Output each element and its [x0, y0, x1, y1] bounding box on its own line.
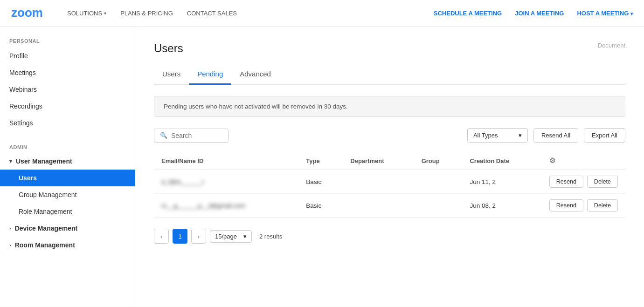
resend-button-1[interactable]: Resend	[549, 176, 583, 188]
next-page-button[interactable]: ›	[191, 229, 206, 244]
cell-dept-1	[343, 170, 414, 194]
page-1-button[interactable]: 1	[173, 229, 187, 244]
sidebar-item-device-management[interactable]: › Device Management	[0, 220, 135, 237]
cell-actions-2: Resend Delete	[542, 194, 625, 218]
col-type: Type	[298, 152, 343, 170]
delete-button-1[interactable]: Delete	[587, 176, 618, 188]
nav-contact-sales[interactable]: CONTACT SALES	[187, 10, 237, 17]
sidebar-item-users[interactable]: Users	[0, 170, 135, 186]
page-size-chevron-icon: ▾	[243, 233, 247, 240]
table-header-row: Email/Name ID Type Department Group Crea…	[154, 152, 625, 170]
users-table-container: Email/Name ID Type Department Group Crea…	[154, 152, 625, 218]
sidebar-item-room-management[interactable]: › Room Management	[0, 237, 135, 253]
tab-users[interactable]: Users	[154, 66, 189, 85]
toolbar-left: 🔍	[154, 129, 229, 143]
page-header: Users Document	[154, 42, 625, 66]
delete-button-2[interactable]: Delete	[587, 199, 618, 211]
action-buttons-2: Resend Delete	[549, 199, 618, 211]
sidebar-item-meetings[interactable]: Meetings	[0, 64, 135, 81]
sidebar: PERSONAL Profile Meetings Webinars Recor…	[0, 27, 135, 307]
pending-alert: Pending users who have not activated wil…	[154, 96, 625, 117]
main-content: Users Document Users Pending Advanced Pe…	[135, 27, 644, 307]
svg-text:zoom: zoom	[11, 7, 43, 19]
filter-chevron-icon: ▾	[519, 132, 522, 139]
prev-page-button[interactable]: ‹	[154, 229, 169, 244]
col-group: Group	[414, 152, 463, 170]
nav-plans-pricing[interactable]: PLANS & PRICING	[120, 10, 173, 17]
cell-type-2: Basic	[298, 194, 343, 218]
page-title: Users	[154, 42, 183, 55]
gear-icon[interactable]: ⚙	[549, 157, 555, 164]
search-input[interactable]	[171, 132, 222, 139]
users-table: Email/Name ID Type Department Group Crea…	[154, 152, 625, 218]
col-creation: Creation Date	[462, 152, 541, 170]
nav-solutions[interactable]: SOLUTIONS ▾	[67, 10, 106, 17]
type-filter-dropdown[interactable]: All Types ▾	[467, 128, 528, 143]
col-email: Email/Name ID	[154, 152, 298, 170]
export-all-button[interactable]: Export All	[584, 128, 625, 143]
top-nav: zoom SOLUTIONS ▾ PLANS & PRICING CONTACT…	[0, 0, 644, 27]
resend-button-2[interactable]: Resend	[549, 199, 583, 211]
results-count: 2 results	[259, 233, 282, 240]
cell-type-1: Basic	[298, 170, 343, 194]
sidebar-item-settings[interactable]: Settings	[0, 115, 135, 131]
action-buttons-1: Resend Delete	[549, 176, 618, 188]
search-box[interactable]: 🔍	[154, 129, 229, 143]
cell-email-1: d_f@is______t	[154, 170, 298, 194]
tabs: Users Pending Advanced	[154, 66, 625, 85]
table-row: m__g______p__t@gmail.com Basic Jun 08, 2…	[154, 194, 625, 218]
sidebar-item-user-management[interactable]: ▾ User Management	[0, 153, 135, 170]
admin-label: ADMIN	[0, 138, 135, 153]
email-value-1: d_f@is______t	[161, 178, 204, 185]
sidebar-item-profile[interactable]: Profile	[0, 48, 135, 64]
col-actions: ⚙	[542, 152, 625, 170]
cell-creation-1: Jun 11, 2	[462, 170, 541, 194]
cell-group-2	[414, 194, 463, 218]
cell-actions-1: Resend Delete	[542, 170, 625, 194]
cell-creation-2: Jun 08, 2	[462, 194, 541, 218]
nav-join-meeting[interactable]: JOIN A MEETING	[515, 10, 564, 17]
nav-schedule-meeting[interactable]: SCHEDULE A MEETING	[434, 10, 502, 17]
nav-host-meeting[interactable]: HOST A MEETING ▾	[577, 10, 633, 17]
resend-all-button[interactable]: Resend All	[533, 128, 578, 143]
room-mgmt-chevron-icon: ›	[9, 242, 11, 248]
logo[interactable]: zoom	[11, 7, 48, 20]
nav-right: SCHEDULE A MEETING JOIN A MEETING HOST A…	[434, 10, 633, 17]
personal-label: PERSONAL	[0, 38, 135, 48]
sidebar-item-role-management[interactable]: Role Management	[0, 203, 135, 220]
tab-advanced[interactable]: Advanced	[231, 66, 279, 85]
cell-group-1	[414, 170, 463, 194]
cell-email-2: m__g______p__t@gmail.com	[154, 194, 298, 218]
admin-section: ADMIN ▾ User Management Users Group Mana…	[0, 138, 135, 253]
table-row: d_f@is______t Basic Jun 11, 2 Resend Del…	[154, 170, 625, 194]
personal-section: PERSONAL Profile Meetings Webinars Recor…	[0, 38, 135, 131]
sidebar-item-webinars[interactable]: Webinars	[0, 81, 135, 98]
doc-link[interactable]: Document	[598, 42, 625, 49]
user-mgmt-chevron-icon: ▾	[9, 158, 12, 164]
toolbar-right: All Types ▾ Resend All Export All	[467, 128, 625, 143]
col-department: Department	[343, 152, 414, 170]
device-mgmt-chevron-icon: ›	[9, 225, 11, 231]
sidebar-item-recordings[interactable]: Recordings	[0, 98, 135, 115]
email-value-2: m__g______p__t@gmail.com	[161, 202, 245, 209]
pagination: ‹ 1 › 15/page ▾ 2 results	[154, 229, 625, 244]
toolbar: 🔍 All Types ▾ Resend All Export All	[154, 128, 625, 143]
sidebar-item-group-management[interactable]: Group Management	[0, 186, 135, 203]
page-size-dropdown[interactable]: 15/page ▾	[210, 230, 252, 243]
cell-dept-2	[343, 194, 414, 218]
tab-pending[interactable]: Pending	[189, 66, 231, 85]
host-chevron-icon: ▾	[630, 11, 633, 16]
search-icon: 🔍	[160, 132, 167, 139]
layout: PERSONAL Profile Meetings Webinars Recor…	[0, 27, 644, 307]
nav-left: SOLUTIONS ▾ PLANS & PRICING CONTACT SALE…	[67, 10, 434, 17]
solutions-chevron-icon: ▾	[104, 11, 106, 16]
